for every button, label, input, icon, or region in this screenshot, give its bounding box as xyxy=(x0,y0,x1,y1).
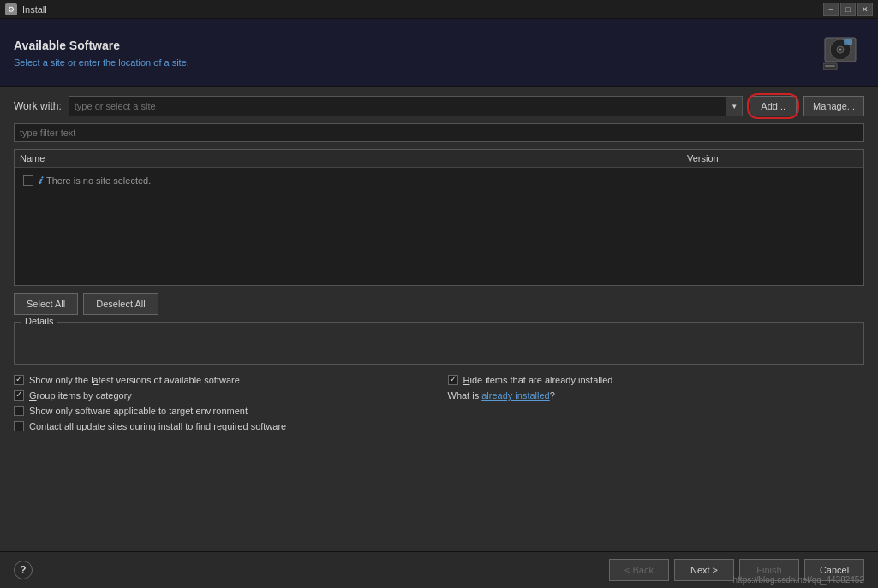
work-with-row: Work with: ▼ Add... Manage... xyxy=(14,96,864,116)
option-row-contact: Contact all update sites during install … xyxy=(14,421,431,431)
col-version-header: Version xyxy=(687,153,858,163)
option-latest-label: Show only the latest versions of availab… xyxy=(29,375,240,385)
col-name-header: Name xyxy=(20,153,687,163)
add-button[interactable]: Add... xyxy=(750,96,797,116)
option-target-checkbox[interactable] xyxy=(14,406,24,416)
options-section: Show only the latest versions of availab… xyxy=(14,375,864,431)
svg-point-3 xyxy=(839,48,842,50)
site-combo: ▼ xyxy=(69,96,744,116)
option-group-label: Group items by category xyxy=(29,390,132,401)
title-text: Install xyxy=(22,4,47,15)
option-row-already: What is already installed? xyxy=(448,390,865,401)
list-header: Name Version xyxy=(15,150,863,168)
minimize-button[interactable]: – xyxy=(823,3,839,16)
option-hide-label: Hide items that are already installed xyxy=(463,375,613,385)
option-row-group: Group items by category xyxy=(14,390,431,401)
option-row-target: Show only software applicable to target … xyxy=(14,406,431,416)
manage-button[interactable]: Manage... xyxy=(803,96,864,116)
app-icon: ⚙ xyxy=(5,3,17,15)
details-box: Details xyxy=(14,322,864,365)
deselect-all-button[interactable]: Deselect All xyxy=(83,293,158,315)
option-contact-label: Contact all update sites during install … xyxy=(29,421,286,431)
main-window: Available Software Select a site or ente… xyxy=(0,19,878,588)
option-row-latest: Show only the latest versions of availab… xyxy=(14,375,431,385)
selection-buttons-row: Select All Deselect All xyxy=(14,293,864,315)
no-site-message: There is no site selected. xyxy=(46,175,151,186)
header: Available Software Select a site or ente… xyxy=(0,19,878,87)
back-button[interactable]: < Back xyxy=(609,559,669,581)
svg-rect-7 xyxy=(825,68,832,68)
work-with-label: Work with: xyxy=(14,100,62,112)
footer-url: https://blog.csdn.net/qq_44382452 xyxy=(733,575,864,585)
option-group-checkbox[interactable] xyxy=(14,390,24,401)
header-icon-area xyxy=(823,33,864,74)
list-content: 𝒊 There is no site selected. xyxy=(15,168,863,193)
content-area: Work with: ▼ Add... Manage... Name Versi… xyxy=(0,87,878,551)
next-button[interactable]: Next > xyxy=(674,559,734,581)
details-legend: Details xyxy=(21,316,57,326)
option-latest-checkbox[interactable] xyxy=(14,375,24,385)
already-installed-link[interactable]: already installed xyxy=(481,390,550,401)
list-item-checkbox[interactable] xyxy=(23,175,33,186)
svg-rect-4 xyxy=(844,39,852,45)
option-already-label: What is already installed? xyxy=(448,390,555,401)
maximize-button[interactable]: □ xyxy=(840,3,856,16)
software-list: Name Version 𝒊 There is no site selected… xyxy=(14,149,864,286)
option-row-hide: Hide items that are already installed xyxy=(448,375,865,385)
option-hide-checkbox[interactable] xyxy=(448,375,458,385)
close-button[interactable]: ✕ xyxy=(857,3,873,16)
option-target-label: Show only software applicable to target … xyxy=(29,406,248,416)
filter-input[interactable] xyxy=(14,123,864,142)
footer: ? < Back Next > Finish Cancel https://bl… xyxy=(0,551,878,588)
disc-icon xyxy=(823,33,861,70)
help-button[interactable]: ? xyxy=(14,561,33,579)
footer-left: ? xyxy=(14,561,33,579)
info-icon: 𝒊 xyxy=(39,175,41,187)
svg-rect-6 xyxy=(825,65,835,67)
option-contact-checkbox[interactable] xyxy=(14,421,24,431)
title-bar: ⚙ Install – □ ✕ xyxy=(0,0,878,19)
site-dropdown-arrow[interactable]: ▼ xyxy=(726,96,743,116)
page-subtitle: Select a site or enter the location of a… xyxy=(14,57,189,68)
select-all-button[interactable]: Select All xyxy=(14,293,78,315)
site-input[interactable] xyxy=(69,96,726,116)
page-title: Available Software xyxy=(14,39,189,52)
